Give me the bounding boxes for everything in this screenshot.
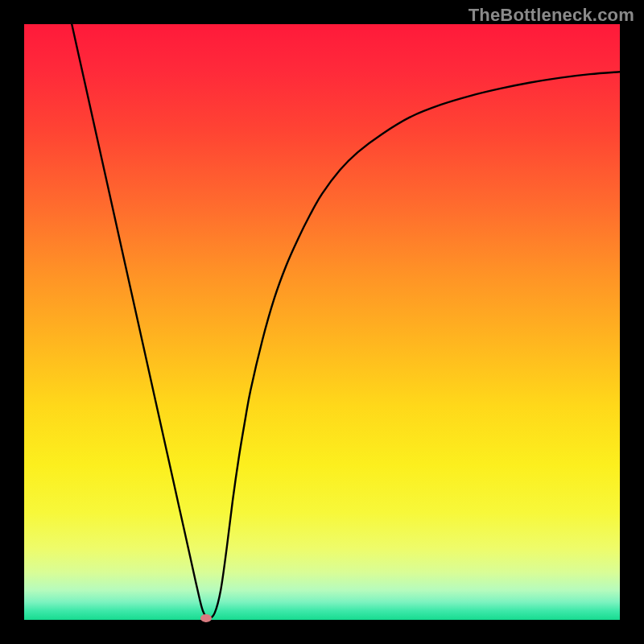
watermark-text: TheBottleneck.com xyxy=(469,5,634,26)
chart-frame: TheBottleneck.com xyxy=(0,0,644,644)
plot-area xyxy=(24,24,620,620)
bottleneck-curve xyxy=(72,24,620,618)
optimal-point-marker xyxy=(200,614,212,622)
curve-svg xyxy=(24,24,620,620)
